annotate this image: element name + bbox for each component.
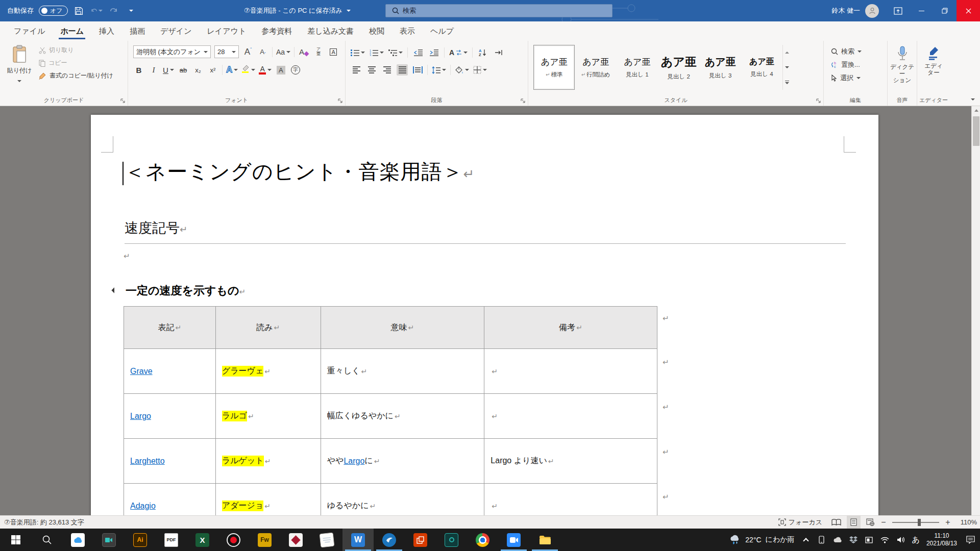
sort-button[interactable]: AZ: [477, 47, 488, 58]
taskbar-camera-app[interactable]: [498, 529, 529, 551]
asian-layout-button[interactable]: A: [449, 47, 468, 58]
underline-button[interactable]: U: [163, 64, 174, 76]
select-button[interactable]: 選択: [831, 71, 862, 85]
clear-formatting-button[interactable]: A: [298, 46, 309, 58]
distribute-button[interactable]: [412, 64, 423, 76]
wifi-icon[interactable]: [880, 535, 890, 544]
scrollbar-thumb[interactable]: [973, 116, 979, 146]
table-header-cell[interactable]: 表記↵: [124, 307, 216, 349]
taskbar-recorder[interactable]: [218, 529, 249, 551]
increase-indent-button[interactable]: [428, 47, 439, 58]
character-shading-button[interactable]: A: [275, 64, 286, 76]
style-no-spacing[interactable]: あア亜 ↵行間詰め: [575, 45, 616, 90]
multilevel-list-button[interactable]: [388, 47, 403, 58]
document-heading-title[interactable]: ＜ネーミングのヒント・音楽用語＞↵: [125, 158, 475, 186]
document-heading-constant[interactable]: 一定の速度を示すもの↵: [126, 283, 246, 298]
tab-insert[interactable]: 挿入: [91, 21, 122, 41]
taskbar-word[interactable]: W: [342, 529, 374, 551]
style-heading2[interactable]: あア亜 見出し 2: [658, 45, 699, 90]
table-cell-reading[interactable]: ラルゴ↵: [216, 394, 321, 439]
highlight-button[interactable]: [241, 64, 255, 76]
tab-help[interactable]: ヘルプ: [423, 21, 461, 41]
focus-button[interactable]: フォーカス: [775, 516, 826, 529]
tab-design[interactable]: デザイン: [153, 21, 199, 41]
search-box[interactable]: 検索: [385, 4, 612, 17]
table-cell-note[interactable]: Largo より速い↵: [484, 439, 657, 484]
tab-view[interactable]: 表示: [392, 21, 423, 41]
table-cell-meaning[interactable]: ゆるやかに↵: [321, 484, 485, 515]
enclose-characters-button[interactable]: A: [328, 46, 339, 58]
table-cell-meaning[interactable]: やや Largo に↵: [321, 439, 485, 484]
line-spacing-button[interactable]: [432, 64, 446, 76]
action-center-icon[interactable]: [966, 535, 975, 544]
taskbar-search-button[interactable]: [31, 529, 62, 551]
table-cell-meaning[interactable]: 幅広くゆるやかに↵: [321, 394, 485, 439]
zoom-slider-thumb[interactable]: [918, 519, 921, 526]
tray-expand-chevron[interactable]: [801, 535, 811, 544]
table-cell-reading[interactable]: ラルゲット↵: [216, 439, 321, 484]
close-button[interactable]: [957, 0, 980, 21]
tab-draw[interactable]: 描画: [122, 21, 153, 41]
taskbar-thunderbird[interactable]: [374, 529, 405, 551]
table-cell-reading[interactable]: グラーヴェ↵: [216, 349, 321, 394]
print-layout-button[interactable]: [847, 516, 861, 529]
bold-button[interactable]: B: [133, 64, 144, 76]
zoom-out-button[interactable]: −: [880, 518, 887, 527]
taskbar-video-app[interactable]: [93, 529, 125, 551]
taskbar-cloud-app[interactable]: [62, 529, 93, 551]
word-count-status[interactable]: ⑦音楽用語: 約 23,613 文字: [0, 518, 84, 527]
styles-dialog-launcher[interactable]: [816, 98, 821, 104]
ime-mode-indicator[interactable]: あ: [912, 535, 920, 545]
document-title[interactable]: ⑦音楽用語 - この PC に保存済み: [244, 0, 351, 21]
table-cell-term[interactable]: Largo: [124, 394, 216, 439]
taskbar-excel[interactable]: X: [187, 529, 218, 551]
format-painter-button[interactable]: 書式のコピー/貼り付け: [39, 71, 113, 80]
font-name-combo[interactable]: 游明朝 (本文のフォン: [133, 45, 211, 58]
font-color-button[interactable]: A: [259, 64, 272, 76]
heading-collapse-icon[interactable]: [111, 287, 117, 293]
tab-references[interactable]: 参考資料: [254, 21, 300, 41]
paragraph-dialog-launcher[interactable]: [521, 98, 526, 104]
subscript-button[interactable]: x₂: [192, 64, 204, 76]
tab-home[interactable]: ホーム: [53, 21, 91, 41]
style-heading4[interactable]: あア亜 見出し 4: [741, 45, 782, 90]
find-button[interactable]: 検索: [831, 45, 862, 58]
strikethrough-button[interactable]: ab: [178, 64, 189, 76]
restore-button[interactable]: [933, 0, 957, 21]
quick-access-customize-button[interactable]: [125, 4, 137, 18]
justify-button[interactable]: [397, 64, 408, 76]
font-size-combo[interactable]: 28: [214, 45, 239, 58]
volume-icon[interactable]: [896, 535, 905, 544]
table-cell-reading[interactable]: アダージョ↵: [216, 484, 321, 515]
your-phone-icon[interactable]: [817, 535, 826, 544]
shading-button[interactable]: [455, 64, 469, 76]
grow-font-button[interactable]: Aˆ: [242, 46, 254, 58]
show-formatting-marks-button[interactable]: [493, 47, 504, 58]
table-cell-term[interactable]: Larghetto: [124, 439, 216, 484]
copy-button[interactable]: コピー: [39, 59, 113, 67]
taskbar-red-app[interactable]: [405, 529, 436, 551]
tab-layout[interactable]: レイアウト: [200, 21, 254, 41]
styles-scroll-down[interactable]: [783, 60, 791, 74]
change-case-button[interactable]: Aa: [276, 46, 290, 58]
styles-scroll-up[interactable]: [783, 45, 791, 60]
avatar[interactable]: [865, 4, 879, 18]
bullets-button[interactable]: [351, 47, 365, 58]
taskbar-teal-app[interactable]: [436, 529, 467, 551]
taskbar-cubase[interactable]: [280, 529, 311, 551]
term-link[interactable]: Adagio: [130, 502, 156, 511]
table-cell-term[interactable]: Grave: [124, 349, 216, 394]
undo-button[interactable]: [90, 4, 103, 18]
table-cell-note[interactable]: ↵: [484, 484, 657, 515]
table-cell-note[interactable]: ↵: [484, 349, 657, 394]
paste-button[interactable]: 貼り付け: [5, 45, 34, 84]
table-header-cell[interactable]: 備考↵: [484, 307, 657, 349]
zoom-in-button[interactable]: +: [944, 518, 951, 527]
dropbox-icon[interactable]: [849, 535, 858, 544]
tablet-mode-icon[interactable]: [865, 535, 874, 544]
weather-widget[interactable]: 22°C にわか雨: [729, 534, 794, 545]
table-cell-meaning[interactable]: 重々しく↵: [321, 349, 485, 394]
document-heading-speed[interactable]: 速度記号↵: [125, 219, 187, 237]
start-button[interactable]: [0, 529, 31, 551]
autosave-toggle[interactable]: オフ: [39, 6, 68, 16]
